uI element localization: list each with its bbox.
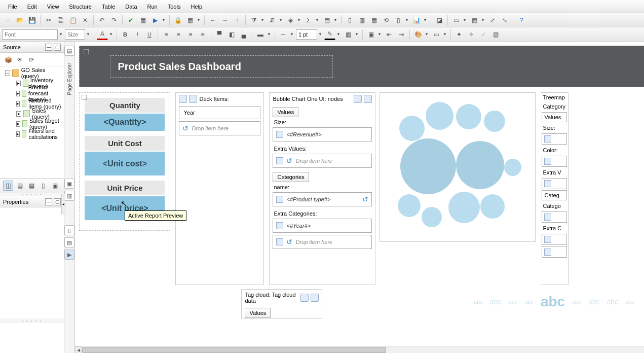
run-dropdown[interactable]: ▼ [162, 18, 167, 22]
bubble-config-panel[interactable]: Bubble Chart One UI: nodes Values Size: … [269, 92, 375, 285]
minimize-icon[interactable]: — [45, 44, 52, 51]
tree-item[interactable]: ▸Returned items (query) [2, 98, 62, 109]
refresh-icon[interactable]: ⟳ [26, 55, 36, 65]
layout-icon[interactable]: ▭ [450, 15, 462, 26]
expand-icon[interactable]: ▸ [16, 101, 20, 107]
drill-icon[interactable]: ◪ [434, 15, 445, 26]
package-icon[interactable]: 📦 [3, 55, 13, 65]
tab-more-icon[interactable]: ▣ [50, 181, 60, 191]
underline-icon[interactable]: U [144, 29, 155, 40]
horizontal-scrollbar[interactable]: ◀ ▶ [75, 346, 644, 353]
menu-table[interactable]: Table [97, 2, 120, 12]
splitter[interactable]: • • • • • [0, 319, 64, 323]
group-icon[interactable]: ◈ [285, 15, 296, 26]
dashboard-title-box[interactable]: Product Sales Dashboard [110, 55, 333, 78]
menu-run[interactable]: Run [142, 2, 163, 12]
align-justify-icon[interactable]: ≡ [197, 29, 208, 40]
name-field[interactable]: <#Product type#> ↺ [273, 192, 372, 206]
pe-btn-1-icon[interactable]: ▣ [64, 179, 74, 189]
undo-icon[interactable]: ↶ [96, 15, 107, 26]
crosstab-icon[interactable]: ▦ [368, 15, 380, 26]
minimize-icon[interactable]: — [45, 198, 52, 205]
back-icon[interactable]: ← [207, 15, 218, 26]
kpi-unitprice-value[interactable]: <Unit price> [85, 196, 165, 220]
treemap-extrac-drop[interactable] [542, 234, 567, 245]
class-icon[interactable]: ▭ [431, 29, 442, 40]
bold-icon[interactable]: B [120, 29, 131, 40]
deck-panel[interactable]: Deck Items: Year ↺ Drop item here [175, 92, 264, 285]
delete-icon[interactable]: ✕ [80, 15, 91, 26]
tree-item[interactable]: ▸Sales target (query) [2, 119, 62, 129]
zoom-in-icon[interactable]: ⤢ [487, 15, 498, 26]
redo-icon[interactable]: ↷ [108, 15, 120, 26]
lock-icon[interactable]: 🔒 [172, 15, 183, 26]
tab-source-icon[interactable]: ◫ [3, 181, 13, 191]
maximize-icon[interactable]: ▢ [54, 198, 61, 205]
values-tab[interactable]: Values [273, 107, 298, 117]
tree-item[interactable]: ▸Sales (query) [2, 109, 62, 119]
deck-icon[interactable] [179, 95, 187, 103]
treemap-extrac-drop2[interactable] [542, 246, 567, 257]
horizontal-scroll-thumb[interactable] [82, 347, 386, 353]
align-right-icon[interactable]: ≡ [185, 29, 196, 40]
help-icon[interactable]: ? [516, 15, 527, 26]
pe-btn-3-icon[interactable]: ▯ [64, 225, 74, 235]
page-icon[interactable]: ▯ [393, 15, 404, 26]
kpi-panel[interactable]: Quantity <Quantity> Unit Cost <Unit cost… [79, 92, 170, 231]
sort-icon[interactable]: ⇵ [267, 15, 278, 26]
extra-values-drop[interactable]: ↺ Drop item here [273, 154, 372, 168]
view-icon[interactable]: 👁 [15, 55, 25, 65]
zoom-out-icon[interactable]: ⤡ [499, 15, 510, 26]
validate-icon[interactable]: ✔ [125, 15, 136, 26]
treemap-size-drop[interactable] [542, 133, 567, 145]
kpi-unitcost-value[interactable]: <Unit cost> [85, 152, 165, 175]
cut-icon[interactable]: ✂ [43, 15, 54, 26]
apply-style-icon[interactable]: ✧ [466, 29, 477, 40]
expand-icon[interactable]: ▸ [16, 121, 20, 127]
bubble-icon-1[interactable] [354, 95, 362, 103]
indent-inc-icon[interactable]: ⇥ [396, 29, 407, 40]
tab-search-icon[interactable]: ▯ [38, 181, 48, 191]
treemap-config-panel[interactable]: Treemap Category Values Size: Color: Ext… [541, 92, 569, 285]
options-icon[interactable]: ▦ [184, 15, 196, 26]
tree-root[interactable]: − GO Sales (query) [2, 68, 62, 78]
bubble-chart-preview[interactable] [380, 92, 536, 242]
menu-view[interactable]: View [42, 2, 64, 12]
menu-data[interactable]: Data [120, 2, 142, 12]
align-center-icon[interactable]: ≡ [173, 29, 184, 40]
run-icon[interactable]: ▶ [149, 15, 161, 26]
kpi-quantity-value[interactable]: <Quantity> [85, 114, 165, 131]
active-report-preview-icon[interactable]: ▶ [64, 250, 74, 260]
headers-icon[interactable]: ▯ [344, 15, 355, 26]
treemap-cat-tab[interactable]: Categ [542, 190, 567, 200]
deck-year-field[interactable]: Year [179, 106, 260, 119]
treemap-extrav-drop[interactable] [542, 178, 567, 189]
line-width-select[interactable] [296, 29, 317, 40]
tagcloud-config[interactable]: Tag cloud: Tag cloud data Values [241, 289, 322, 319]
menu-structure[interactable]: Structure [64, 2, 97, 12]
options-dropdown[interactable]: ▼ [197, 18, 202, 22]
run-html-icon[interactable]: ▦ [137, 15, 148, 26]
menu-edit[interactable]: Edit [22, 2, 42, 12]
collapse-handle-icon[interactable]: ◂ [61, 194, 65, 214]
tab-data-items-icon[interactable]: ▤ [15, 181, 25, 191]
expand-icon[interactable]: ▸ [16, 111, 21, 117]
deck-drop-zone[interactable]: ↺ Drop item here [179, 121, 260, 135]
save-icon[interactable]: 💾 [26, 15, 37, 26]
eyedropper-icon[interactable]: ⟋ [478, 29, 489, 40]
reset-icon[interactable]: ▧ [490, 29, 501, 40]
categories-tab[interactable]: Categories [273, 172, 309, 182]
paste-icon[interactable]: 📋 [67, 15, 79, 26]
expand-icon[interactable]: ▸ [16, 91, 20, 96]
tree-item[interactable]: ▸Product forecast (query) [2, 88, 62, 98]
list-icon[interactable]: ▥ [356, 15, 367, 26]
line-width-dropdown[interactable]: ▼ [318, 32, 323, 37]
deck-tree-icon[interactable] [189, 95, 197, 103]
size-select[interactable] [65, 29, 85, 40]
borders-icon[interactable]: ▦ [343, 29, 354, 40]
chart-icon[interactable]: 📊 [411, 15, 422, 26]
expand-icon[interactable]: ▸ [16, 131, 20, 137]
border-color-icon[interactable]: ✎ [324, 29, 335, 40]
font-dropdown[interactable]: ▼ [59, 32, 64, 37]
tagcloud-icon-1[interactable] [300, 294, 309, 302]
